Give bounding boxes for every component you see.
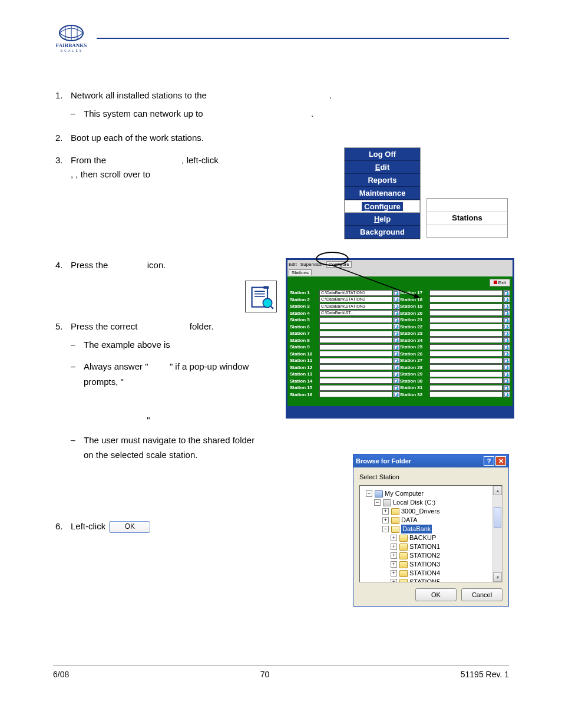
- station-path-input[interactable]: [429, 290, 503, 296]
- tree-item[interactable]: DATA: [401, 516, 418, 525]
- station-path-input[interactable]: [429, 310, 503, 316]
- browse-icon[interactable]: [503, 290, 510, 296]
- browse-icon[interactable]: [393, 391, 400, 397]
- scrollbar[interactable]: ▴ ▾: [492, 486, 502, 582]
- expand-icon[interactable]: +: [382, 517, 389, 523]
- station-path-input[interactable]: C:\DataBank\ST...: [319, 310, 392, 316]
- expand-icon[interactable]: +: [391, 552, 397, 559]
- tree-item[interactable]: STATION5: [409, 578, 440, 582]
- browse-icon[interactable]: [393, 324, 400, 330]
- browse-icon[interactable]: [503, 297, 510, 302]
- station-path-input[interactable]: [429, 391, 503, 397]
- submenu-stations[interactable]: Stations: [427, 212, 507, 225]
- folder-tree[interactable]: −My Computer −Local Disk (C:) +3000_Driv…: [359, 485, 503, 582]
- station-path-input[interactable]: [319, 391, 392, 397]
- browse-icon[interactable]: [503, 324, 510, 330]
- help-icon[interactable]: ?: [484, 456, 494, 466]
- station-path-input[interactable]: [429, 297, 503, 302]
- cancel-button[interactable]: Cancel: [461, 588, 503, 601]
- station-path-input[interactable]: [429, 331, 503, 337]
- station-path-input[interactable]: [319, 344, 392, 350]
- browse-icon[interactable]: [393, 310, 400, 316]
- browse-icon[interactable]: [393, 378, 400, 384]
- browse-icon[interactable]: [503, 378, 510, 384]
- browse-icon[interactable]: [393, 304, 400, 309]
- tree-item[interactable]: STATION1: [409, 542, 440, 551]
- expand-icon[interactable]: +: [391, 535, 397, 541]
- station-path-input[interactable]: [319, 364, 392, 370]
- ok-button-inline[interactable]: OK: [109, 521, 150, 533]
- browse-icon[interactable]: [393, 344, 400, 350]
- browse-icon[interactable]: [393, 358, 400, 364]
- tree-item[interactable]: Local Disk (C:): [393, 498, 435, 507]
- station-path-input[interactable]: [429, 344, 503, 350]
- station-path-input[interactable]: [429, 324, 503, 330]
- exit-button[interactable]: Exit: [490, 279, 510, 286]
- station-path-input[interactable]: [319, 324, 392, 330]
- browse-icon[interactable]: [393, 317, 400, 323]
- menu-item-reports[interactable]: Reports: [345, 174, 420, 187]
- scroll-thumb[interactable]: [494, 507, 501, 528]
- expand-icon[interactable]: +: [391, 561, 397, 568]
- menu-item-logoff[interactable]: Log Off: [345, 148, 420, 161]
- station-path-input[interactable]: [429, 385, 503, 391]
- browse-icon[interactable]: [503, 304, 510, 309]
- expand-icon[interactable]: +: [382, 508, 389, 515]
- browse-icon[interactable]: [503, 385, 510, 391]
- station-path-input[interactable]: [429, 351, 503, 357]
- browse-folder-icon[interactable]: [245, 281, 277, 312]
- ok-button[interactable]: OK: [415, 588, 457, 601]
- station-path-input[interactable]: [319, 385, 392, 391]
- menu-item-help[interactable]: Help: [345, 213, 420, 226]
- station-path-input[interactable]: [319, 358, 392, 364]
- station-path-input[interactable]: [319, 371, 392, 377]
- collapse-icon[interactable]: −: [382, 526, 389, 532]
- browse-icon[interactable]: [503, 310, 510, 316]
- expand-icon[interactable]: +: [391, 579, 397, 582]
- tree-item-selected[interactable]: DataBank: [401, 525, 432, 533]
- station-path-input[interactable]: [429, 337, 503, 343]
- station-path-input[interactable]: [429, 378, 503, 384]
- station-path-input[interactable]: [429, 364, 503, 370]
- browse-icon[interactable]: [393, 385, 400, 391]
- menu-item-configure[interactable]: Configure: [345, 200, 420, 213]
- station-path-input[interactable]: [429, 371, 503, 377]
- browse-icon[interactable]: [503, 317, 510, 323]
- tree-item[interactable]: BACKUP: [409, 533, 436, 542]
- browse-icon[interactable]: [503, 351, 510, 357]
- menu-item-background[interactable]: Background: [345, 226, 420, 239]
- tree-item[interactable]: STATION2: [409, 551, 440, 560]
- tree-item[interactable]: STATION4: [409, 569, 440, 578]
- collapse-icon[interactable]: −: [366, 490, 372, 497]
- tree-item[interactable]: My Computer: [385, 489, 424, 498]
- station-path-input[interactable]: [319, 337, 392, 343]
- station-path-input[interactable]: [319, 317, 392, 323]
- station-path-input[interactable]: [319, 378, 392, 384]
- station-path-input[interactable]: [429, 358, 503, 364]
- station-path-input[interactable]: [429, 304, 503, 309]
- expand-icon[interactable]: +: [391, 570, 397, 577]
- browse-icon[interactable]: [503, 364, 510, 370]
- menubar-edit[interactable]: Edit: [289, 262, 297, 267]
- tab-stations[interactable]: Stations: [289, 269, 312, 275]
- browse-icon[interactable]: [393, 351, 400, 357]
- browse-icon[interactable]: [503, 344, 510, 350]
- browse-icon[interactable]: [503, 358, 510, 364]
- browse-icon[interactable]: [393, 337, 400, 343]
- browse-icon[interactable]: [503, 337, 510, 343]
- scroll-up-icon[interactable]: ▴: [493, 486, 502, 495]
- station-path-input[interactable]: [319, 351, 392, 357]
- browse-icon[interactable]: [503, 371, 510, 377]
- browse-icon[interactable]: [393, 364, 400, 370]
- scroll-down-icon[interactable]: ▾: [493, 572, 502, 582]
- browse-icon[interactable]: [503, 331, 510, 337]
- station-path-input[interactable]: [429, 317, 503, 323]
- menu-item-maintenance[interactable]: Maintenance: [345, 187, 420, 200]
- browse-icon[interactable]: [503, 391, 510, 397]
- close-icon[interactable]: ✕: [495, 456, 506, 466]
- browse-icon[interactable]: [393, 331, 400, 337]
- browse-icon[interactable]: [393, 371, 400, 377]
- station-path-input[interactable]: C:\DataBank\STATION3: [319, 304, 392, 309]
- collapse-icon[interactable]: −: [374, 499, 381, 506]
- menu-item-edit[interactable]: Edit: [345, 161, 420, 174]
